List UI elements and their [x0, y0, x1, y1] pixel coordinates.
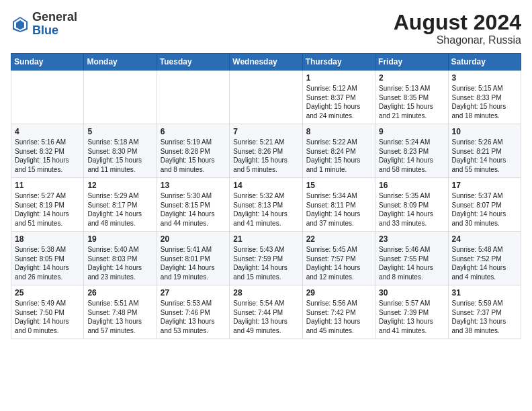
logo-icon	[11, 15, 30, 34]
week-row-5: 25Sunrise: 5:49 AM Sunset: 7:50 PM Dayli…	[11, 285, 521, 339]
day-number: 22	[306, 234, 371, 244]
day-cell: 15Sunrise: 5:34 AM Sunset: 8:11 PM Dayli…	[302, 178, 375, 232]
day-info: Sunrise: 5:12 AM Sunset: 8:37 PM Dayligh…	[306, 84, 371, 120]
day-info: Sunrise: 5:21 AM Sunset: 8:26 PM Dayligh…	[233, 138, 298, 174]
col-header-friday: Friday	[375, 54, 448, 71]
col-header-sunday: Sunday	[11, 54, 84, 71]
day-number: 18	[15, 234, 80, 244]
day-info: Sunrise: 5:30 AM Sunset: 8:15 PM Dayligh…	[161, 191, 226, 228]
day-number: 5	[87, 127, 152, 136]
day-cell	[84, 71, 157, 124]
day-info: Sunrise: 5:18 AM Sunset: 8:30 PM Dayligh…	[87, 138, 152, 174]
day-info: Sunrise: 5:24 AM Sunset: 8:23 PM Dayligh…	[379, 138, 444, 174]
day-number: 20	[161, 234, 226, 244]
day-cell	[11, 71, 84, 124]
day-info: Sunrise: 5:16 AM Sunset: 8:32 PM Dayligh…	[15, 138, 80, 174]
day-info: Sunrise: 5:15 AM Sunset: 8:33 PM Dayligh…	[452, 84, 517, 120]
day-cell	[157, 71, 229, 124]
day-info: Sunrise: 5:54 AM Sunset: 7:44 PM Dayligh…	[233, 299, 298, 335]
day-number: 24	[452, 234, 517, 244]
day-cell: 7Sunrise: 5:21 AM Sunset: 8:26 PM Daylig…	[230, 124, 302, 178]
day-info: Sunrise: 5:22 AM Sunset: 8:24 PM Dayligh…	[306, 138, 371, 174]
day-info: Sunrise: 5:40 AM Sunset: 8:03 PM Dayligh…	[87, 245, 152, 281]
day-number: 6	[161, 127, 226, 136]
day-number: 19	[87, 234, 152, 244]
day-cell: 2Sunrise: 5:13 AM Sunset: 8:35 PM Daylig…	[375, 71, 448, 124]
day-info: Sunrise: 5:32 AM Sunset: 8:13 PM Dayligh…	[233, 191, 298, 228]
day-info: Sunrise: 5:49 AM Sunset: 7:50 PM Dayligh…	[15, 299, 80, 335]
day-cell: 4Sunrise: 5:16 AM Sunset: 8:32 PM Daylig…	[11, 124, 84, 178]
day-cell: 26Sunrise: 5:51 AM Sunset: 7:48 PM Dayli…	[84, 285, 157, 339]
week-row-2: 4Sunrise: 5:16 AM Sunset: 8:32 PM Daylig…	[11, 124, 521, 178]
day-cell: 6Sunrise: 5:19 AM Sunset: 8:28 PM Daylig…	[157, 124, 229, 178]
day-cell: 21Sunrise: 5:43 AM Sunset: 7:59 PM Dayli…	[230, 232, 302, 285]
day-cell: 18Sunrise: 5:38 AM Sunset: 8:05 PM Dayli…	[11, 232, 84, 285]
day-number: 14	[233, 181, 298, 190]
day-info: Sunrise: 5:38 AM Sunset: 8:05 PM Dayligh…	[15, 245, 80, 281]
day-info: Sunrise: 5:13 AM Sunset: 8:35 PM Dayligh…	[379, 84, 444, 120]
day-cell	[230, 71, 302, 124]
header-row: SundayMondayTuesdayWednesdayThursdayFrid…	[11, 54, 521, 71]
day-number: 16	[379, 181, 444, 190]
page: General Blue August 2024 Shagonar, Russi…	[0, 0, 532, 345]
calendar-subtitle: Shagonar, Russia	[394, 34, 521, 46]
day-number: 12	[87, 181, 152, 190]
day-number: 9	[379, 127, 444, 136]
calendar-table: SundayMondayTuesdayWednesdayThursdayFrid…	[11, 53, 521, 339]
day-number: 21	[233, 234, 298, 244]
day-cell: 14Sunrise: 5:32 AM Sunset: 8:13 PM Dayli…	[230, 178, 302, 232]
day-cell: 29Sunrise: 5:56 AM Sunset: 7:42 PM Dayli…	[302, 285, 375, 339]
day-cell: 20Sunrise: 5:41 AM Sunset: 8:01 PM Dayli…	[157, 232, 229, 285]
day-cell: 17Sunrise: 5:37 AM Sunset: 8:07 PM Dayli…	[448, 178, 521, 232]
day-number: 25	[15, 288, 80, 298]
day-cell: 3Sunrise: 5:15 AM Sunset: 8:33 PM Daylig…	[448, 71, 521, 124]
day-cell: 24Sunrise: 5:48 AM Sunset: 7:52 PM Dayli…	[448, 232, 521, 285]
logo-general: General	[32, 10, 77, 24]
day-info: Sunrise: 5:57 AM Sunset: 7:39 PM Dayligh…	[379, 299, 444, 335]
day-info: Sunrise: 5:19 AM Sunset: 8:28 PM Dayligh…	[161, 138, 226, 174]
day-number: 2	[379, 73, 444, 83]
day-cell: 13Sunrise: 5:30 AM Sunset: 8:15 PM Dayli…	[157, 178, 229, 232]
day-cell: 25Sunrise: 5:49 AM Sunset: 7:50 PM Dayli…	[11, 285, 84, 339]
logo-blue: Blue	[32, 24, 58, 37]
week-row-3: 11Sunrise: 5:27 AM Sunset: 8:19 PM Dayli…	[11, 178, 521, 232]
day-cell: 31Sunrise: 5:59 AM Sunset: 7:37 PM Dayli…	[448, 285, 521, 339]
day-info: Sunrise: 5:56 AM Sunset: 7:42 PM Dayligh…	[306, 299, 371, 335]
day-info: Sunrise: 5:48 AM Sunset: 7:52 PM Dayligh…	[452, 245, 517, 281]
col-header-thursday: Thursday	[302, 54, 375, 71]
day-number: 1	[306, 73, 371, 83]
day-number: 8	[306, 127, 371, 136]
day-number: 31	[452, 288, 517, 298]
day-cell: 22Sunrise: 5:45 AM Sunset: 7:57 PM Dayli…	[302, 232, 375, 285]
day-number: 26	[87, 288, 152, 298]
col-header-tuesday: Tuesday	[157, 54, 229, 71]
day-cell: 28Sunrise: 5:54 AM Sunset: 7:44 PM Dayli…	[230, 285, 302, 339]
title-block: August 2024 Shagonar, Russia	[394, 11, 521, 46]
week-row-4: 18Sunrise: 5:38 AM Sunset: 8:05 PM Dayli…	[11, 232, 521, 285]
day-info: Sunrise: 5:37 AM Sunset: 8:07 PM Dayligh…	[452, 191, 517, 228]
day-info: Sunrise: 5:34 AM Sunset: 8:11 PM Dayligh…	[306, 191, 371, 228]
week-row-1: 1Sunrise: 5:12 AM Sunset: 8:37 PM Daylig…	[11, 71, 521, 124]
day-info: Sunrise: 5:51 AM Sunset: 7:48 PM Dayligh…	[87, 299, 152, 335]
day-number: 10	[452, 127, 517, 136]
day-info: Sunrise: 5:27 AM Sunset: 8:19 PM Dayligh…	[15, 191, 80, 228]
col-header-wednesday: Wednesday	[230, 54, 302, 71]
day-number: 11	[15, 181, 80, 190]
day-info: Sunrise: 5:59 AM Sunset: 7:37 PM Dayligh…	[452, 299, 517, 335]
day-cell: 23Sunrise: 5:46 AM Sunset: 7:55 PM Dayli…	[375, 232, 448, 285]
day-number: 28	[233, 288, 298, 298]
day-number: 27	[161, 288, 226, 298]
day-number: 3	[452, 73, 517, 83]
day-cell: 10Sunrise: 5:26 AM Sunset: 8:21 PM Dayli…	[448, 124, 521, 178]
day-info: Sunrise: 5:45 AM Sunset: 7:57 PM Dayligh…	[306, 245, 371, 281]
day-cell: 19Sunrise: 5:40 AM Sunset: 8:03 PM Dayli…	[84, 232, 157, 285]
day-number: 4	[15, 127, 80, 136]
day-number: 30	[379, 288, 444, 298]
day-info: Sunrise: 5:26 AM Sunset: 8:21 PM Dayligh…	[452, 138, 517, 174]
day-info: Sunrise: 5:46 AM Sunset: 7:55 PM Dayligh…	[379, 245, 444, 281]
day-info: Sunrise: 5:35 AM Sunset: 8:09 PM Dayligh…	[379, 191, 444, 228]
day-number: 17	[452, 181, 517, 190]
col-header-saturday: Saturday	[448, 54, 521, 71]
day-cell: 16Sunrise: 5:35 AM Sunset: 8:09 PM Dayli…	[375, 178, 448, 232]
day-number: 23	[379, 234, 444, 244]
